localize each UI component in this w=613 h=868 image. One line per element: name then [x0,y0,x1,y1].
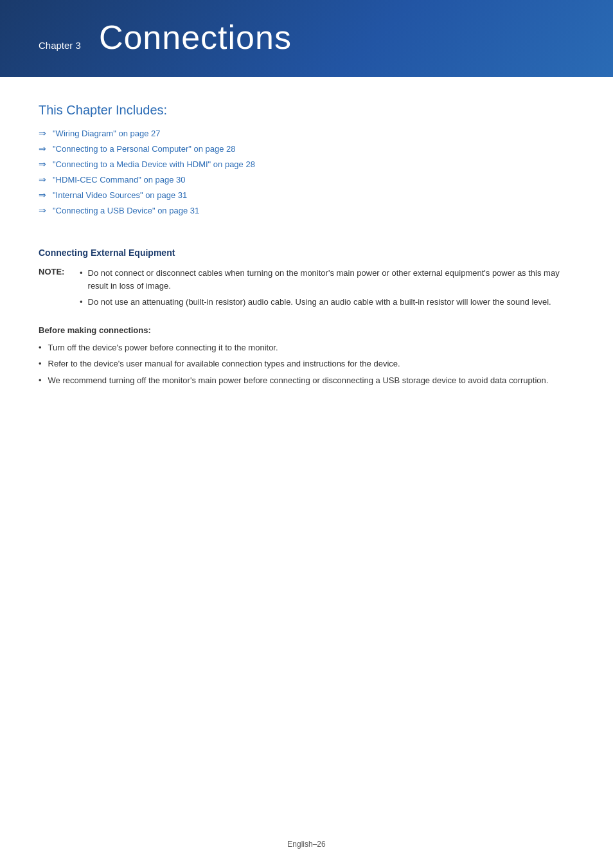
chapter-title: Connections [99,18,292,57]
list-item: ⇒ "Internal Video Sources" on page 31 [39,190,574,200]
note-block: NOTE: Do not connect or disconnect cable… [39,267,574,312]
page-wrapper: Chapter 3 Connections This Chapter Inclu… [0,0,613,868]
list-item: ⇒ "Connecting to a Media Device with HDM… [39,159,574,169]
note-text: Do not use an attenuating (built-in resi… [88,296,551,309]
note-bullet-list: Do not connect or disconnect cables when… [80,267,574,312]
page-footer: English–26 [0,840,613,849]
arrow-icon: ⇒ [39,143,46,154]
list-item: We recommend turning off the monitor's m… [39,374,574,387]
before-text: Refer to the device's user manual for av… [48,357,400,370]
arrow-icon: ⇒ [39,205,46,215]
before-list: Turn off the device's power before conne… [39,341,574,387]
list-item: ⇒ "Wiring Diagram" on page 27 [39,128,574,138]
toc-link[interactable]: "Wiring Diagram" on page 27 [53,129,160,138]
toc-link[interactable]: "Connecting to a Personal Computer" on p… [53,144,236,154]
toc-link[interactable]: "HDMI-CEC Command" on page 30 [53,175,185,185]
list-item: ⇒ "Connecting to a Personal Computer" on… [39,143,574,154]
chapter-header: Chapter 3 Connections [0,0,613,77]
connecting-section-title: Connecting External Equipment [39,248,574,258]
toc-link[interactable]: "Internal Video Sources" on page 31 [53,190,187,200]
note-row: NOTE: Do not connect or disconnect cable… [39,267,574,312]
chapter-label: Chapter 3 [39,40,81,51]
toc-link[interactable]: "Connecting a USB Device" on page 31 [53,206,199,215]
content-area: This Chapter Includes: ⇒ "Wiring Diagram… [0,103,613,386]
list-item: Do not connect or disconnect cables when… [80,267,574,292]
toc-section: This Chapter Includes: ⇒ "Wiring Diagram… [39,103,574,215]
arrow-icon: ⇒ [39,159,46,169]
toc-heading: This Chapter Includes: [39,103,574,118]
list-item: Turn off the device's power before conne… [39,341,574,354]
arrow-icon: ⇒ [39,174,46,185]
note-label: NOTE: [39,267,77,276]
page-number: English–26 [287,840,325,849]
before-text: We recommend turning off the monitor's m… [48,374,549,387]
list-item: Refer to the device's user manual for av… [39,357,574,370]
before-text: Turn off the device's power before conne… [48,341,278,354]
connecting-section: Connecting External Equipment NOTE: Do n… [39,248,574,386]
list-item: ⇒ "Connecting a USB Device" on page 31 [39,205,574,215]
list-item: Do not use an attenuating (built-in resi… [80,296,574,309]
toc-link[interactable]: "Connecting to a Media Device with HDMI"… [53,159,255,169]
toc-list: ⇒ "Wiring Diagram" on page 27 ⇒ "Connect… [39,128,574,215]
list-item: ⇒ "HDMI-CEC Command" on page 30 [39,174,574,185]
before-title: Before making connections: [39,325,574,335]
arrow-icon: ⇒ [39,128,46,138]
page-container: Chapter 3 Connections This Chapter Inclu… [0,0,613,868]
arrow-icon: ⇒ [39,190,46,200]
note-text: Do not connect or disconnect cables when… [88,267,574,292]
